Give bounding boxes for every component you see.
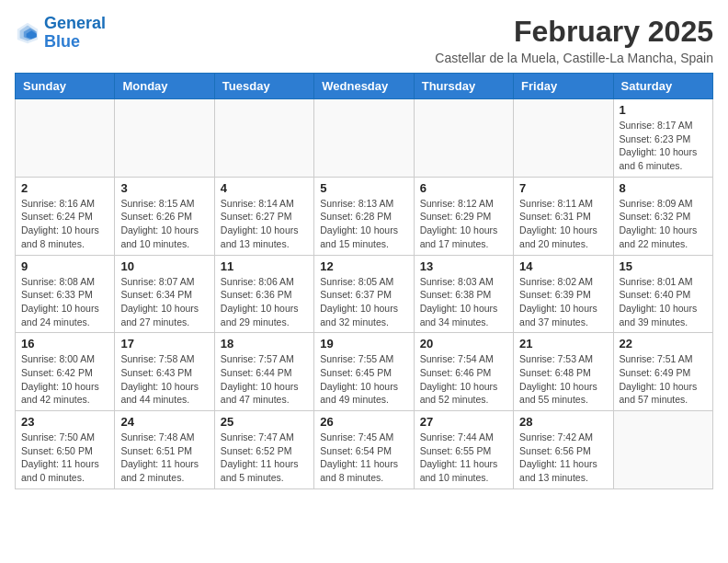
calendar-week-3: 16Sunrise: 8:00 AM Sunset: 6:42 PM Dayli… — [16, 333, 713, 411]
logo: General Blue — [15, 15, 106, 52]
calendar-cell — [214, 99, 313, 178]
day-info: Sunrise: 7:55 AM Sunset: 6:45 PM Dayligh… — [320, 352, 407, 407]
calendar-cell — [514, 99, 613, 178]
day-info: Sunrise: 8:16 AM Sunset: 6:24 PM Dayligh… — [21, 197, 108, 251]
day-number: 2 — [21, 181, 108, 195]
day-number: 21 — [519, 337, 607, 350]
calendar-cell — [115, 99, 214, 178]
day-number: 1 — [620, 103, 707, 117]
day-info: Sunrise: 8:01 AM Sunset: 6:40 PM Dayligh… — [620, 275, 707, 329]
calendar-cell: 16Sunrise: 8:00 AM Sunset: 6:42 PM Dayli… — [16, 333, 115, 411]
calendar-cell: 27Sunrise: 7:44 AM Sunset: 6:55 PM Dayli… — [414, 411, 513, 489]
day-number: 18 — [221, 337, 308, 350]
weekday-header-monday: Monday — [115, 74, 214, 99]
weekday-header-friday: Friday — [514, 74, 613, 99]
day-number: 12 — [320, 259, 407, 273]
day-number: 17 — [120, 337, 208, 350]
day-info: Sunrise: 8:14 AM Sunset: 6:27 PM Dayligh… — [221, 197, 308, 251]
day-info: Sunrise: 7:50 AM Sunset: 6:50 PM Dayligh… — [21, 431, 108, 485]
day-number: 26 — [320, 415, 407, 429]
calendar-cell: 12Sunrise: 8:05 AM Sunset: 6:37 PM Dayli… — [314, 255, 414, 333]
day-info: Sunrise: 7:42 AM Sunset: 6:56 PM Dayligh… — [519, 431, 607, 485]
calendar-cell — [414, 99, 513, 178]
logo-line1: General — [44, 14, 106, 32]
calendar-cell: 3Sunrise: 8:15 AM Sunset: 6:26 PM Daylig… — [115, 177, 214, 255]
day-number: 20 — [420, 337, 507, 350]
day-number: 9 — [21, 259, 108, 273]
day-number: 8 — [620, 181, 707, 195]
calendar-week-2: 9Sunrise: 8:08 AM Sunset: 6:33 PM Daylig… — [16, 255, 713, 333]
day-info: Sunrise: 8:05 AM Sunset: 6:37 PM Dayligh… — [320, 275, 407, 329]
calendar-cell: 25Sunrise: 7:47 AM Sunset: 6:52 PM Dayli… — [214, 411, 313, 489]
day-number: 4 — [221, 181, 308, 195]
day-info: Sunrise: 8:09 AM Sunset: 6:32 PM Dayligh… — [620, 197, 707, 251]
day-number: 16 — [21, 337, 108, 350]
calendar-cell: 19Sunrise: 7:55 AM Sunset: 6:45 PM Dayli… — [314, 333, 414, 411]
day-number: 6 — [420, 181, 507, 195]
day-info: Sunrise: 8:11 AM Sunset: 6:31 PM Dayligh… — [519, 197, 607, 251]
day-info: Sunrise: 8:17 AM Sunset: 6:23 PM Dayligh… — [620, 119, 707, 173]
day-number: 11 — [221, 259, 308, 273]
calendar-cell: 18Sunrise: 7:57 AM Sunset: 6:44 PM Dayli… — [214, 333, 313, 411]
day-number: 3 — [120, 181, 208, 195]
calendar-cell: 8Sunrise: 8:09 AM Sunset: 6:32 PM Daylig… — [613, 177, 712, 255]
day-info: Sunrise: 7:58 AM Sunset: 6:43 PM Dayligh… — [120, 352, 208, 407]
day-number: 28 — [519, 415, 607, 429]
calendar-cell: 2Sunrise: 8:16 AM Sunset: 6:24 PM Daylig… — [16, 177, 115, 255]
day-number: 15 — [620, 259, 707, 273]
day-info: Sunrise: 8:07 AM Sunset: 6:34 PM Dayligh… — [120, 275, 208, 329]
day-info: Sunrise: 8:15 AM Sunset: 6:26 PM Dayligh… — [120, 197, 208, 251]
day-info: Sunrise: 7:47 AM Sunset: 6:52 PM Dayligh… — [221, 431, 308, 485]
calendar-week-1: 2Sunrise: 8:16 AM Sunset: 6:24 PM Daylig… — [16, 177, 713, 255]
day-info: Sunrise: 8:08 AM Sunset: 6:33 PM Dayligh… — [21, 275, 108, 329]
calendar-cell: 9Sunrise: 8:08 AM Sunset: 6:33 PM Daylig… — [16, 255, 115, 333]
calendar-cell: 22Sunrise: 7:51 AM Sunset: 6:49 PM Dayli… — [613, 333, 712, 411]
weekday-header-sunday: Sunday — [16, 74, 115, 99]
day-info: Sunrise: 7:53 AM Sunset: 6:48 PM Dayligh… — [519, 352, 607, 407]
calendar-cell: 7Sunrise: 8:11 AM Sunset: 6:31 PM Daylig… — [514, 177, 613, 255]
day-info: Sunrise: 7:45 AM Sunset: 6:54 PM Dayligh… — [320, 431, 407, 485]
calendar-week-4: 23Sunrise: 7:50 AM Sunset: 6:50 PM Dayli… — [16, 411, 713, 489]
day-info: Sunrise: 8:13 AM Sunset: 6:28 PM Dayligh… — [320, 197, 407, 251]
day-info: Sunrise: 7:44 AM Sunset: 6:55 PM Dayligh… — [420, 431, 507, 485]
logo-line2: Blue — [44, 32, 80, 51]
calendar-cell: 24Sunrise: 7:48 AM Sunset: 6:51 PM Dayli… — [115, 411, 214, 489]
weekday-header-thursday: Thursday — [414, 74, 513, 99]
day-number: 24 — [120, 415, 208, 429]
day-info: Sunrise: 8:03 AM Sunset: 6:38 PM Dayligh… — [420, 275, 507, 329]
calendar-cell — [613, 411, 712, 489]
calendar-week-0: 1Sunrise: 8:17 AM Sunset: 6:23 PM Daylig… — [16, 99, 713, 178]
calendar-cell: 4Sunrise: 8:14 AM Sunset: 6:27 PM Daylig… — [214, 177, 313, 255]
day-number: 27 — [420, 415, 507, 429]
location: Castellar de la Muela, Castille-La Manch… — [435, 51, 713, 65]
day-number: 22 — [620, 337, 707, 350]
calendar-cell: 13Sunrise: 8:03 AM Sunset: 6:38 PM Dayli… — [414, 255, 513, 333]
day-number: 25 — [221, 415, 308, 429]
calendar-cell: 20Sunrise: 7:54 AM Sunset: 6:46 PM Dayli… — [414, 333, 513, 411]
calendar-cell: 10Sunrise: 8:07 AM Sunset: 6:34 PM Dayli… — [115, 255, 214, 333]
day-number: 19 — [320, 337, 407, 350]
calendar-cell: 17Sunrise: 7:58 AM Sunset: 6:43 PM Dayli… — [115, 333, 214, 411]
calendar-cell: 21Sunrise: 7:53 AM Sunset: 6:48 PM Dayli… — [514, 333, 613, 411]
calendar-cell: 23Sunrise: 7:50 AM Sunset: 6:50 PM Dayli… — [16, 411, 115, 489]
weekday-header-saturday: Saturday — [613, 74, 712, 99]
calendar-cell: 14Sunrise: 8:02 AM Sunset: 6:39 PM Dayli… — [514, 255, 613, 333]
day-info: Sunrise: 7:54 AM Sunset: 6:46 PM Dayligh… — [420, 352, 507, 407]
calendar-cell — [16, 99, 115, 178]
day-info: Sunrise: 7:51 AM Sunset: 6:49 PM Dayligh… — [620, 352, 707, 407]
day-info: Sunrise: 8:06 AM Sunset: 6:36 PM Dayligh… — [221, 275, 308, 329]
logo-icon — [15, 20, 40, 46]
weekday-header-wednesday: Wednesday — [314, 74, 414, 99]
day-number: 23 — [21, 415, 108, 429]
day-info: Sunrise: 8:02 AM Sunset: 6:39 PM Dayligh… — [519, 275, 607, 329]
calendar-cell: 15Sunrise: 8:01 AM Sunset: 6:40 PM Dayli… — [613, 255, 712, 333]
day-number: 5 — [320, 181, 407, 195]
calendar: SundayMondayTuesdayWednesdayThursdayFrid… — [15, 73, 713, 489]
calendar-cell: 1Sunrise: 8:17 AM Sunset: 6:23 PM Daylig… — [613, 99, 712, 178]
logo-text: General Blue — [44, 15, 106, 52]
month-year: February 2025 — [435, 15, 713, 49]
weekday-header-row: SundayMondayTuesdayWednesdayThursdayFrid… — [16, 74, 713, 99]
day-number: 14 — [519, 259, 607, 273]
calendar-cell — [314, 99, 414, 178]
weekday-header-tuesday: Tuesday — [214, 74, 313, 99]
